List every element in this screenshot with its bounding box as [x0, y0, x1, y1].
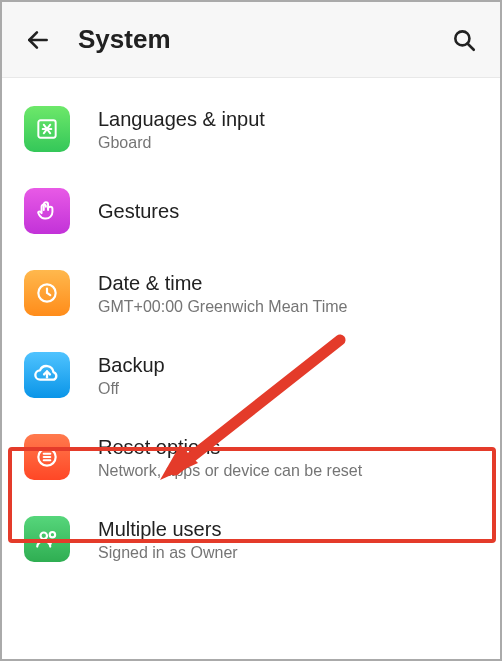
svg-point-9: [41, 533, 48, 540]
languages-icon: [24, 106, 70, 152]
backup-icon: [24, 352, 70, 398]
item-title: Date & time: [98, 270, 347, 296]
item-sub: GMT+00:00 Greenwich Mean Time: [98, 298, 347, 316]
item-languages-input[interactable]: Languages & input Gboard: [2, 88, 500, 170]
item-title: Languages & input: [98, 106, 265, 132]
page-title: System: [78, 24, 444, 55]
item-sub: Signed in as Owner: [98, 544, 238, 562]
svg-line-2: [467, 43, 473, 49]
item-title: Multiple users: [98, 516, 238, 542]
users-icon: [24, 516, 70, 562]
item-backup[interactable]: Backup Off: [2, 334, 500, 416]
item-date-time[interactable]: Date & time GMT+00:00 Greenwich Mean Tim…: [2, 252, 500, 334]
item-reset-options[interactable]: Reset options Network, apps or device ca…: [2, 416, 500, 498]
item-title: Backup: [98, 352, 165, 378]
item-title: Gestures: [98, 198, 179, 224]
settings-list: Languages & input Gboard Gestures Date &…: [2, 78, 500, 580]
gestures-icon: [24, 188, 70, 234]
item-sub: Off: [98, 380, 165, 398]
item-multiple-users[interactable]: Multiple users Signed in as Owner: [2, 498, 500, 580]
item-gestures[interactable]: Gestures: [2, 170, 500, 252]
item-title: Reset options: [98, 434, 362, 460]
item-sub: Gboard: [98, 134, 265, 152]
back-arrow-icon: [25, 27, 51, 53]
reset-icon: [24, 434, 70, 480]
search-icon: [451, 27, 477, 53]
svg-point-10: [50, 532, 55, 537]
back-button[interactable]: [18, 20, 58, 60]
search-button[interactable]: [444, 20, 484, 60]
item-sub: Network, apps or device can be reset: [98, 462, 362, 480]
header-bar: System: [2, 2, 500, 78]
clock-icon: [24, 270, 70, 316]
